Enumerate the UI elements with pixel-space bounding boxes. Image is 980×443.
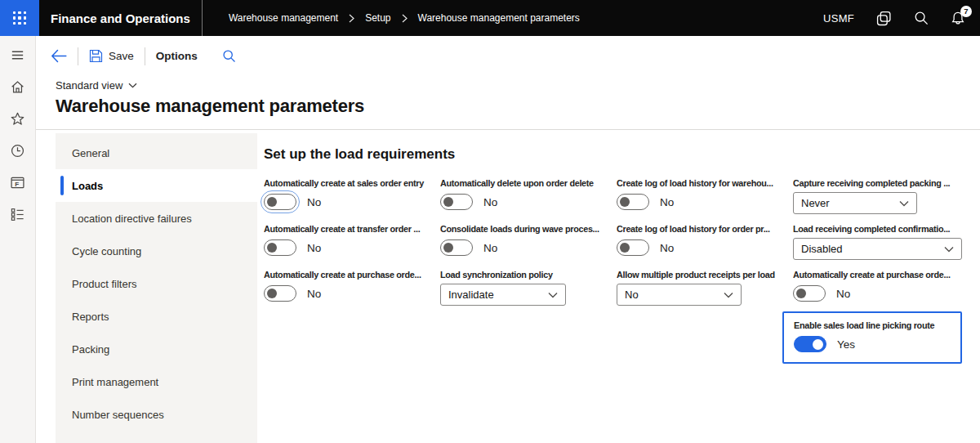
- select-value: No: [625, 289, 639, 301]
- tab-label: Product filters: [72, 278, 136, 290]
- options-menu-label: Options: [156, 50, 198, 62]
- tab-label: Print management: [72, 376, 158, 388]
- focus-ring: [261, 190, 300, 213]
- field-label: Consolidate loads during wave proces...: [440, 224, 613, 234]
- field-cell: Automatically create at transfer order .…: [264, 224, 440, 270]
- tab-print-management[interactable]: Print management: [56, 365, 257, 398]
- field-label: Load receiving completed confirmatio...: [793, 224, 966, 234]
- notification-badge: 7: [960, 6, 972, 17]
- tab-label: Number sequences: [72, 409, 164, 421]
- field-label: Enable sales load line picking route: [794, 320, 951, 330]
- tab-number-sequences[interactable]: Number sequences: [56, 398, 257, 431]
- navigation-rail: F: [0, 36, 36, 443]
- field-cell: Load synchronization policyInvalidate: [440, 270, 617, 315]
- field-label: Automatically create at transfer order .…: [264, 224, 437, 234]
- empty-cell: [440, 315, 617, 361]
- load-synchronization-policy-select[interactable]: Invalidate: [440, 284, 566, 306]
- load-receiving-completed-confirmatio-select[interactable]: Disabled: [793, 238, 962, 260]
- breadcrumb-item[interactable]: Setup: [365, 12, 390, 24]
- toggle-value: No: [836, 288, 850, 300]
- field-label: Automatically create at sales order entr…: [264, 178, 437, 188]
- toolbar-divider: [78, 47, 78, 65]
- save-icon: [89, 49, 103, 63]
- select-value: Never: [801, 197, 830, 209]
- field-cell: Automatically delete upon order deleteNo: [440, 178, 617, 224]
- field-label: Allow multiple product receipts per load: [617, 270, 790, 280]
- page-header: Save Options Standard view Warehouse man…: [36, 36, 980, 130]
- toolbar-search-button[interactable]: [222, 49, 236, 63]
- field-cell: Create log of load history for warehou..…: [617, 178, 793, 224]
- company-selector[interactable]: USMF: [823, 12, 854, 25]
- create-log-of-load-history-for-warehou-toggle[interactable]: [617, 194, 649, 210]
- toggle-knob: [443, 197, 453, 207]
- toggle-knob: [443, 243, 453, 253]
- search-icon[interactable]: [914, 11, 929, 25]
- tab-reports[interactable]: Reports: [56, 300, 257, 333]
- parameter-tab-list: GeneralLoadsLocation directive failuresC…: [56, 133, 257, 443]
- breadcrumb-item[interactable]: Warehouse management parameters: [418, 12, 580, 24]
- save-button-label: Save: [109, 50, 134, 62]
- options-menu[interactable]: Options: [156, 50, 198, 62]
- field-cell: Capture receiving completed packing ...N…: [793, 178, 969, 224]
- menu-icon[interactable]: [9, 47, 27, 63]
- empty-cell: [264, 315, 440, 361]
- field-cell: Create log of load history for order pr.…: [617, 224, 793, 270]
- create-log-of-load-history-for-order-pr-toggle[interactable]: [617, 239, 649, 256]
- allow-multiple-product-receipts-per-load-select[interactable]: No: [617, 284, 742, 306]
- field-cell: Automatically create at purchase orde...…: [793, 270, 969, 315]
- breadcrumb-item[interactable]: Warehouse management: [229, 12, 338, 24]
- consolidate-loads-during-wave-proces-toggle[interactable]: [440, 239, 473, 256]
- enable-sales-load-line-picking-route-toggle[interactable]: [794, 336, 826, 352]
- clock-icon[interactable]: [9, 142, 27, 159]
- automatically-create-at-purchase-orde-toggle[interactable]: [264, 285, 296, 302]
- tab-loads[interactable]: Loads: [56, 169, 257, 202]
- toggle-knob: [267, 289, 277, 298]
- field-label: Capture receiving completed packing ...: [793, 178, 966, 188]
- tab-cycle-counting[interactable]: Cycle counting: [56, 235, 257, 267]
- chevron-down-icon: [944, 243, 954, 255]
- task-list-icon[interactable]: [9, 206, 27, 222]
- toggle-knob: [813, 339, 823, 350]
- field-label: Create log of load history for warehou..…: [617, 178, 790, 188]
- chevron-down-icon: [899, 197, 909, 209]
- bell-icon[interactable]: 7: [951, 11, 965, 26]
- tab-packing[interactable]: Packing: [56, 333, 257, 365]
- toggle-knob: [620, 197, 630, 207]
- chevron-down-icon: [548, 289, 558, 301]
- tab-general[interactable]: General: [56, 136, 257, 169]
- automatically-create-at-transfer-order-toggle[interactable]: [264, 239, 296, 256]
- home-icon[interactable]: [9, 78, 27, 95]
- back-button[interactable]: [51, 49, 67, 63]
- toggle-knob: [796, 289, 806, 298]
- field-label: Automatically create at purchase orde...: [793, 270, 966, 280]
- tab-label: Loads: [72, 180, 103, 192]
- tab-label: Location directive failures: [72, 213, 192, 225]
- copilot-icon[interactable]: [876, 11, 892, 26]
- toggle-value: No: [483, 196, 497, 208]
- empty-cell: [617, 315, 793, 361]
- select-value: Disabled: [801, 243, 843, 255]
- automatically-create-at-purchase-orde-toggle[interactable]: [793, 285, 826, 302]
- view-selector[interactable]: Standard view: [56, 79, 137, 92]
- chevron-down-icon: [724, 289, 733, 301]
- toggle-value: No: [307, 288, 321, 300]
- field-label: Create log of load history for order pr.…: [617, 224, 790, 234]
- main-content: Set up the load requirements Automatical…: [257, 133, 980, 443]
- tab-product-filters[interactable]: Product filters: [56, 267, 257, 300]
- chevron-down-icon: [128, 83, 137, 88]
- capture-receiving-completed-packing-select[interactable]: Never: [793, 192, 917, 214]
- topbar-right: USMF 7: [823, 11, 980, 26]
- star-icon[interactable]: [9, 110, 27, 127]
- tab-location-directive-failures[interactable]: Location directive failures: [56, 202, 257, 235]
- automatically-delete-upon-order-delete-toggle[interactable]: [440, 194, 473, 210]
- page-title: Warehouse management parameters: [56, 96, 980, 117]
- toggle-value: No: [483, 242, 497, 254]
- toggle-knob: [267, 243, 277, 253]
- field-cell: Automatically create at purchase orde...…: [264, 270, 440, 315]
- field-cell: Automatically create at sales order entr…: [264, 178, 440, 224]
- save-button[interactable]: Save: [89, 49, 134, 63]
- automatically-create-at-sales-order-entry-toggle[interactable]: [264, 194, 296, 210]
- waffle-icon: [13, 11, 27, 25]
- app-launcher-button[interactable]: [0, 0, 39, 36]
- form-icon[interactable]: F: [9, 174, 27, 190]
